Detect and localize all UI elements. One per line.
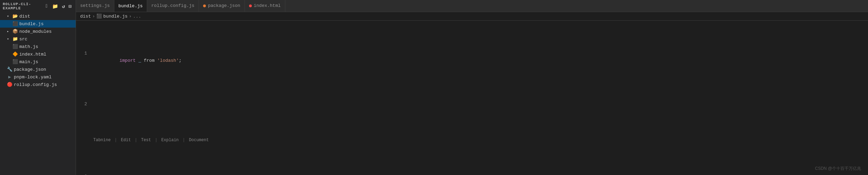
tabnine-widget: Tabnine | Edit | Test | Explain | Docume… — [93, 137, 210, 144]
sep: | — [180, 137, 188, 144]
sep: | — [132, 137, 140, 144]
yaml-file-icon: ▶ — [7, 74, 12, 80]
src-folder-icon: 📁 — [12, 36, 18, 42]
breadcrumb-js-icon: ⬛ — [96, 13, 102, 19]
tab-package-json[interactable]: package.json — [199, 0, 245, 12]
new-file-icon[interactable]:  — [45, 3, 50, 10]
sidebar-item-main-js[interactable]: ⬛ main.js — [0, 58, 76, 66]
sidebar-item-label: dist — [19, 14, 30, 19]
sidebar-item-dist[interactable]: ▾ 📂 dist — [0, 12, 76, 20]
js-file-icon: ⬛ — [12, 44, 18, 49]
js-file-icon: ⬛ — [12, 21, 18, 27]
editor-area[interactable]: 1 import _ from 'lodash'; 2 Tabnine | Ed… — [76, 21, 868, 175]
sep: | — [112, 137, 120, 144]
code-editor[interactable]: 1 import _ from 'lodash'; 2 Tabnine | Ed… — [76, 21, 868, 175]
tab-label: index.html — [254, 3, 281, 8]
tabnine-test[interactable]: Test — [141, 137, 151, 144]
tab-index-html[interactable]: index.html — [245, 0, 285, 12]
sidebar-item-label: index.html — [19, 52, 46, 57]
sidebar-item-rollup-config[interactable]: 🔴 rollup.config.js — [0, 81, 76, 88]
sep: | — [152, 137, 160, 144]
tab-label: rollup.config.js — [151, 3, 194, 8]
sidebar-item-bundle-js[interactable]: ⬛ bundle.js — [0, 20, 76, 28]
tabnine-explain[interactable]: Explain — [161, 137, 179, 144]
tab-bar: settings.js bundle.js rollup.config.js p… — [76, 0, 868, 12]
breadcrumb-ellipsis: ... — [133, 14, 141, 19]
sidebar-item-label: node_modules — [19, 29, 52, 34]
breadcrumb-dist[interactable]: dist — [80, 14, 91, 19]
tabnine-edit[interactable]: Edit — [121, 137, 131, 144]
chevron-down-icon: ▾ — [7, 14, 11, 18]
tabnine-brand: Tabnine — [93, 137, 111, 144]
tab-bundle[interactable]: bundle.js — [114, 0, 147, 12]
tab-error-dot — [249, 4, 252, 7]
sidebar-item-math-js[interactable]: ⬛ math.js — [0, 43, 76, 50]
config-file-icon: 🔴 — [7, 82, 12, 87]
chevron-down-icon: ▾ — [7, 37, 11, 41]
refresh-icon[interactable]: ↺ — [61, 3, 66, 10]
breadcrumb: dist › ⬛ bundle.js › ... — [76, 12, 868, 21]
project-title: ROLLUP-CLI-EXAMPLE — [3, 2, 45, 10]
sidebar-item-label: pnpm-lock.yaml — [14, 75, 51, 80]
folder-icon: 📂 — [12, 13, 18, 19]
sidebar-item-node-modules[interactable]: ▸ 📦 node_modules — [0, 28, 76, 35]
tab-label: bundle.js — [118, 3, 143, 9]
sidebar-item-label: math.js — [19, 44, 38, 49]
code-line-2: 2 — [79, 100, 865, 108]
js-file-icon: ⬛ — [12, 59, 18, 65]
line-number-empty — [79, 137, 93, 144]
sidebar-item-label: src — [19, 37, 27, 42]
sidebar: ROLLUP-CLI-EXAMPLE  📁 ↺ ⊟ ▾ 📂 dist ⬛ bu… — [0, 0, 76, 175]
sidebar-item-label: package.json — [14, 67, 46, 72]
collapse-all-icon[interactable]: ⊟ — [68, 3, 73, 10]
tabnine-document[interactable]: Document — [189, 137, 209, 144]
tab-label: settings.js — [80, 3, 110, 8]
sidebar-item-src[interactable]: ▾ 📁 src — [0, 35, 76, 43]
code-text: function add(a, b) { — [93, 173, 865, 175]
node-modules-icon: 📦 — [12, 29, 18, 34]
sidebar-item-package-json[interactable]: 🔧 package.json — [0, 66, 76, 73]
line-number: 1 — [79, 50, 93, 71]
tab-modified-dot — [203, 4, 206, 7]
sidebar-header-icons:  📁 ↺ ⊟ — [45, 3, 73, 10]
chevron-right-icon: ▸ — [7, 29, 11, 33]
main-editor: settings.js bundle.js rollup.config.js p… — [76, 0, 868, 175]
html-file-icon: 🔶 — [12, 51, 18, 57]
breadcrumb-sep-2: › — [129, 14, 132, 19]
tabnine-bar-line: Tabnine | Edit | Test | Explain | Docume… — [79, 137, 865, 144]
code-text: import _ from 'lodash'; — [93, 50, 865, 71]
line-number: 2 — [79, 100, 93, 108]
new-folder-icon[interactable]: 📁 — [51, 3, 59, 10]
tab-label: package.json — [208, 3, 240, 8]
sidebar-header: ROLLUP-CLI-EXAMPLE  📁 ↺ ⊟ — [0, 0, 76, 12]
json-file-icon: 🔧 — [7, 67, 12, 72]
sidebar-item-index-html[interactable]: 🔶 index.html — [0, 50, 76, 58]
tab-settings[interactable]: settings.js — [76, 0, 114, 12]
line-number: 3 — [79, 173, 93, 175]
breadcrumb-sep-1: › — [92, 14, 95, 19]
code-text — [93, 100, 865, 108]
tab-rollup-config[interactable]: rollup.config.js — [147, 0, 199, 12]
code-line-1: 1 import _ from 'lodash'; — [79, 50, 865, 71]
breadcrumb-bundle-js[interactable]: bundle.js — [103, 14, 127, 19]
sidebar-item-label: bundle.js — [19, 21, 44, 27]
code-line-3: 3 function add(a, b) { — [79, 173, 865, 175]
sidebar-item-label: main.js — [19, 59, 38, 65]
sidebar-item-pnpm-lock[interactable]: ▶ pnpm-lock.yaml — [0, 73, 76, 81]
sidebar-item-label: rollup.config.js — [14, 82, 57, 87]
